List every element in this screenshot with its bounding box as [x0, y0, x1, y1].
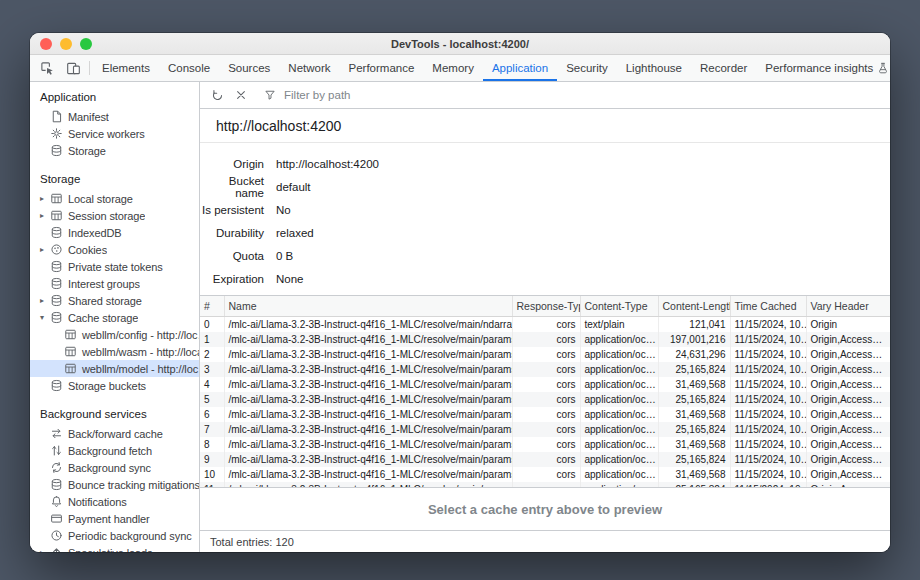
expander-expanded-icon[interactable]: ▾ [36, 313, 48, 322]
cell-response-type: cors [512, 407, 580, 422]
cache-entry-row[interactable]: 9/mlc-ai/Llama-3.2-3B-Instruct-q4f16_1-M… [200, 452, 890, 467]
sidebar-item-interest-groups[interactable]: Interest groups [30, 275, 199, 292]
delete-selected-button[interactable] [229, 83, 253, 107]
cell-vary-header: Origin,Access… [806, 377, 890, 392]
sidebar-item-manifest[interactable]: Manifest [30, 108, 199, 125]
tab-elements[interactable]: Elements [93, 55, 159, 81]
close-button[interactable] [40, 38, 52, 50]
cache-entry-row[interactable]: 5/mlc-ai/Llama-3.2-3B-Instruct-q4f16_1-M… [200, 392, 890, 407]
expander-collapsed-icon[interactable]: ▸ [36, 194, 48, 203]
cell-time-cached: 11/15/2024, 10… [730, 347, 806, 362]
sidebar-item-indexeddb[interactable]: IndexedDB [30, 224, 199, 241]
cell-content-type: application/oc… [580, 392, 658, 407]
cell-index: 8 [200, 437, 224, 452]
cell-content-length: 25,165,824 [658, 452, 730, 467]
sidebar-item-bounce-tracking-mitigations[interactable]: Bounce tracking mitigations [30, 476, 199, 493]
column-header-index[interactable]: # [200, 296, 224, 316]
metadata-key: Durability [200, 227, 264, 239]
cache-entry-row[interactable]: 8/mlc-ai/Llama-3.2-3B-Instruct-q4f16_1-M… [200, 437, 890, 452]
column-header-vary-header[interactable]: Vary Header [806, 296, 890, 316]
column-header-response-type[interactable]: Response-Type [512, 296, 580, 316]
tab-lighthouse[interactable]: Lighthouse [617, 55, 691, 81]
cell-index: 3 [200, 362, 224, 377]
column-header-name[interactable]: Name [224, 296, 512, 316]
sidebar-item-speculative-loads[interactable]: ▸Speculative loads [30, 544, 199, 552]
minimize-button[interactable] [60, 38, 72, 50]
device-toolbar-button[interactable] [60, 55, 86, 81]
application-sidebar: ApplicationManifestService workersStorag… [30, 82, 200, 552]
sidebar-item-label: Storage [64, 145, 106, 157]
status-total-entries: Total entries: 120 [210, 536, 294, 548]
cache-entry-row[interactable]: 2/mlc-ai/Llama-3.2-3B-Instruct-q4f16_1-M… [200, 347, 890, 362]
cache-entry-row[interactable]: 6/mlc-ai/Llama-3.2-3B-Instruct-q4f16_1-M… [200, 407, 890, 422]
sidebar-item-cache-storage[interactable]: ▾Cache storage [30, 309, 199, 326]
cell-vary-header: Origin,Access… [806, 392, 890, 407]
cache-entry-row[interactable]: 0/mlc-ai/Llama-3.2-3B-Instruct-q4f16_1-M… [200, 316, 890, 332]
sidebar-item-periodic-background-sync[interactable]: Periodic background sync [30, 527, 199, 544]
metadata-row: Originhttp://localhost:4200 [200, 152, 890, 175]
sidebar-item-shared-storage[interactable]: ▸Shared storage [30, 292, 199, 309]
sidebar-item-webllm-config-http-loc[interactable]: webllm/config - http://loc… [30, 326, 199, 343]
expander-collapsed-icon[interactable]: ▸ [36, 245, 48, 254]
sidebar-item-webllm-model-http-loc[interactable]: webllm/model - http://loc… [30, 360, 199, 377]
tab-memory[interactable]: Memory [423, 55, 483, 81]
cell-response-type: cors [512, 362, 580, 377]
tab-network[interactable]: Network [279, 55, 339, 81]
service-worker-icon [48, 127, 64, 140]
table-header-row: #NameResponse-TypeContent-TypeContent-Le… [200, 296, 890, 316]
tab-label: Application [492, 62, 548, 74]
tab-sources[interactable]: Sources [219, 55, 279, 81]
metadata-row: Bucket namedefault [200, 175, 890, 198]
cell-response-type: cors [512, 332, 580, 347]
cell-name: /mlc-ai/Llama-3.2-3B-Instruct-q4f16_1-ML… [224, 437, 512, 452]
cell-vary-header: Origin,Access… [806, 407, 890, 422]
cell-content-length: 31,469,568 [658, 437, 730, 452]
sidebar-item-cookies[interactable]: ▸Cookies [30, 241, 199, 258]
sidebar-item-notifications[interactable]: Notifications [30, 493, 199, 510]
cache-entry-row[interactable]: 7/mlc-ai/Llama-3.2-3B-Instruct-q4f16_1-M… [200, 422, 890, 437]
tab-performance-insights[interactable]: Performance insights [756, 55, 890, 81]
tab-label: Sources [228, 62, 270, 74]
tab-application[interactable]: Application [483, 55, 557, 81]
sidebar-section: Background servicesBack/forward cacheBac… [30, 402, 199, 552]
cache-entry-row[interactable]: 10/mlc-ai/Llama-3.2-3B-Instruct-q4f16_1-… [200, 467, 890, 482]
column-header-time-cached[interactable]: Time Cached [730, 296, 806, 316]
cell-name: /mlc-ai/Llama-3.2-3B-Instruct-q4f16_1-ML… [224, 332, 512, 347]
cache-entry-row[interactable]: 3/mlc-ai/Llama-3.2-3B-Instruct-q4f16_1-M… [200, 362, 890, 377]
cache-entry-row[interactable]: 1/mlc-ai/Llama-3.2-3B-Instruct-q4f16_1-M… [200, 332, 890, 347]
sidebar-item-service-workers[interactable]: Service workers [30, 125, 199, 142]
sidebar-item-storage-buckets[interactable]: Storage buckets [30, 377, 199, 394]
sidebar-item-storage[interactable]: Storage [30, 142, 199, 159]
sidebar-item-local-storage[interactable]: ▸Local storage [30, 190, 199, 207]
cell-name: /mlc-ai/Llama-3.2-3B-Instruct-q4f16_1-ML… [224, 347, 512, 362]
expander-collapsed-icon[interactable]: ▸ [36, 296, 48, 305]
cell-index: 10 [200, 467, 224, 482]
tab-performance[interactable]: Performance [340, 55, 424, 81]
cache-entry-row[interactable]: 4/mlc-ai/Llama-3.2-3B-Instruct-q4f16_1-M… [200, 377, 890, 392]
sidebar-item-payment-handler[interactable]: Payment handler [30, 510, 199, 527]
filter-input[interactable] [282, 88, 502, 102]
sidebar-item-back-forward-cache[interactable]: Back/forward cache [30, 425, 199, 442]
metadata-value: relaxed [264, 227, 314, 239]
tab-label: Memory [432, 62, 474, 74]
inspect-element-button[interactable] [34, 55, 60, 81]
tab-console[interactable]: Console [159, 55, 219, 81]
metadata-value: None [264, 273, 304, 285]
sidebar-item-background-fetch[interactable]: Background fetch [30, 442, 199, 459]
sidebar-item-session-storage[interactable]: ▸Session storage [30, 207, 199, 224]
sidebar-item-webllm-wasm-http-loca[interactable]: webllm/wasm - http://loca… [30, 343, 199, 360]
tab-recorder[interactable]: Recorder [691, 55, 756, 81]
cell-index: 2 [200, 347, 224, 362]
sidebar-item-label: Shared storage [64, 295, 142, 307]
sidebar-item-background-sync[interactable]: Background sync [30, 459, 199, 476]
expander-collapsed-icon[interactable]: ▸ [36, 548, 48, 552]
column-header-content-type[interactable]: Content-Type [580, 296, 658, 316]
metadata-value: 0 B [264, 250, 293, 262]
refresh-button[interactable] [205, 83, 229, 107]
tab-security[interactable]: Security [557, 55, 617, 81]
cell-content-length: 25,165,824 [658, 422, 730, 437]
sidebar-item-private-state-tokens[interactable]: Private state tokens [30, 258, 199, 275]
column-header-content-length[interactable]: Content-Length [658, 296, 730, 316]
expander-collapsed-icon[interactable]: ▸ [36, 211, 48, 220]
zoom-button[interactable] [80, 38, 92, 50]
